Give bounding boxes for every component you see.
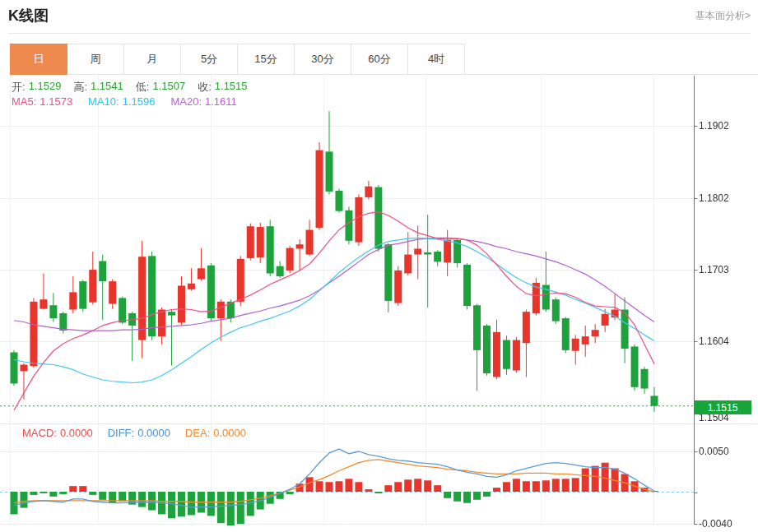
tab-weekly[interactable]: 周: [67, 44, 124, 75]
tab-60min[interactable]: 60分: [351, 44, 408, 75]
current-price-badge: 1.1515: [694, 400, 751, 414]
close-info: 收:1.1515: [198, 80, 247, 95]
low-value: 1.1507: [152, 80, 185, 95]
open-info: 开:1.1529: [12, 80, 61, 95]
ohlc-info-row: 开:1.1529 高:1.1541 低:1.1507 收:1.1515: [12, 80, 248, 95]
diff-info: DIFF:0.0000: [108, 427, 170, 439]
page-title: K线图: [8, 6, 49, 25]
header-divider: [8, 33, 751, 34]
dea-info: DEA:0.0000: [185, 427, 246, 439]
high-value: 1.1541: [91, 80, 123, 95]
ma20-info: MA20:1.1611: [170, 95, 236, 108]
ma10-value: 1.1596: [123, 95, 156, 108]
diff-value: 0.0000: [137, 427, 170, 439]
macd-info-row: MACD:0.0000 DIFF:0.0000 DEA:0.0000: [22, 427, 246, 439]
ma10-info: MA10:1.1596: [88, 95, 155, 108]
ma5-value: 1.1573: [40, 95, 72, 108]
tab-daily[interactable]: 日: [10, 44, 67, 75]
tab-5min[interactable]: 5分: [180, 44, 238, 75]
fundamental-analysis-link[interactable]: 基本面分析>: [695, 9, 751, 23]
tab-bar-filler: [465, 44, 758, 75]
ma20-value: 1.1611: [205, 95, 237, 108]
close-value: 1.1515: [215, 80, 248, 95]
dea-value: 0.0000: [213, 427, 246, 439]
macd-value: 0.0000: [60, 427, 93, 439]
tab-30min[interactable]: 30分: [294, 44, 351, 75]
interval-tab-bar: 日 周 月 5分 15分 30分 60分 4时: [10, 44, 758, 75]
tab-monthly[interactable]: 月: [123, 44, 181, 75]
kline-page: { "header": {"title": "K线图", "analysis_l…: [0, 0, 758, 532]
ma-info-row: MA5:1.1573 MA10:1.1596 MA20:1.1611: [12, 95, 237, 108]
macd-info: MACD:0.0000: [22, 427, 93, 439]
tab-4hour[interactable]: 4时: [407, 44, 465, 75]
open-value: 1.1529: [29, 80, 62, 95]
tab-15min[interactable]: 15分: [237, 44, 295, 75]
ma5-info: MA5:1.1573: [12, 95, 72, 108]
low-info: 低:1.1507: [136, 80, 185, 95]
high-info: 高:1.1541: [73, 80, 123, 95]
